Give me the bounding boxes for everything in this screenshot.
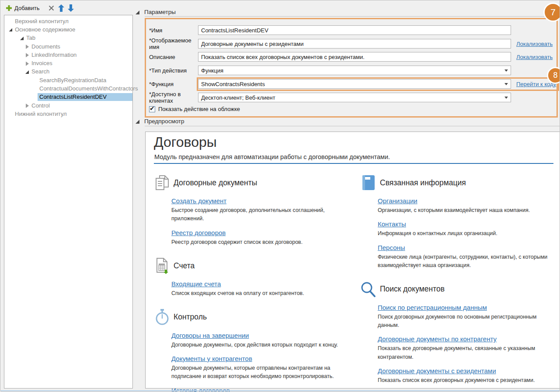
name-field-row: *Имя — [149, 25, 511, 35]
organizations-link[interactable]: Организации — [378, 197, 417, 205]
tree-item-label: Основное содержимое — [13, 26, 77, 34]
checkmark-icon: ✔ — [150, 105, 155, 112]
expanded-icon[interactable] — [8, 27, 13, 32]
action-type-select[interactable]: Функция — [198, 66, 511, 75]
collapsed-icon[interactable] — [24, 52, 30, 57]
show-on-cover-label: Показать действие на обложке — [158, 106, 240, 112]
expander-placeholder — [8, 111, 13, 116]
module-subtitle: Модуль предназначен для автоматизации ра… — [154, 153, 390, 160]
documents-at-contractors-link[interactable]: Документы у контрагентов — [171, 355, 252, 362]
tree-item-header-footer-top[interactable]: Верхний колонтитул — [4, 17, 132, 25]
contracts-ending-link[interactable]: Договоры на завершении — [171, 332, 249, 339]
entry-description: Список входящих счетов на оплату от конт… — [171, 289, 342, 298]
tree-item-search[interactable]: Search — [4, 68, 132, 76]
section-heading: Счета — [174, 261, 195, 271]
entry-description: Физические лица (контрагенты, сотрудники… — [378, 253, 548, 270]
tree-item-main-content[interactable]: Основное содержимое — [4, 25, 132, 34]
contract-history-link[interactable]: История договоров — [171, 387, 230, 392]
parameters-section-header[interactable]: Параметры — [136, 9, 176, 15]
collapsed-icon[interactable] — [24, 103, 30, 108]
callout-7-badge: 7 — [543, 3, 560, 22]
section-control: Контроль Договоры на завершении Договорн… — [154, 309, 342, 392]
tree-item-contractualdocumentswithcontractors[interactable]: ContractualDocumentsWithContractors — [4, 84, 132, 93]
clients-select[interactable]: Десктоп-клиент; Веб-клиент — [198, 93, 511, 102]
delete-x-icon — [48, 5, 55, 11]
chevron-down-icon — [504, 97, 508, 99]
tree-item-header-footer-bottom[interactable]: Нижний колонтитул — [4, 110, 132, 118]
content-tree-panel: Верхний колонтитул Основное содержимое T… — [4, 15, 133, 389]
tree-item-tab[interactable]: Tab — [4, 34, 132, 42]
tree-item-searchbyregistrationdata[interactable]: SearchByRegistrationData — [4, 76, 132, 84]
tree-item-label: Control — [30, 102, 52, 110]
clients-field-row: *Доступно в клиентах Десктоп-клиент; Веб… — [149, 93, 511, 102]
preview-left-column: Договорные документы Создать документ Бы… — [154, 174, 342, 392]
incoming-invoices-link[interactable]: Входящие счета — [171, 280, 221, 288]
persons-link[interactable]: Персоны — [378, 244, 405, 251]
contacts-link[interactable]: Контакты — [378, 220, 406, 228]
add-button-label: Добавить — [14, 5, 39, 11]
documents-icon — [154, 174, 170, 191]
action-type-label: *Тип действия — [149, 67, 198, 74]
function-value: ShowContractsResidents — [201, 81, 265, 87]
expanded-icon[interactable] — [19, 36, 24, 41]
search-by-registration-data-link[interactable]: Поиск по регистрационным данным — [378, 304, 487, 311]
tree-item-linkedinformation[interactable]: LinkedInformation — [4, 51, 132, 59]
add-button[interactable]: Добавить — [4, 4, 41, 12]
entry-description: Договорные документы, которые отправлены… — [171, 364, 342, 381]
move-up-button[interactable] — [56, 3, 66, 13]
stopwatch-icon — [154, 309, 170, 326]
tree-item-label: ContractsListResidentDEV — [38, 93, 132, 101]
preview-section-title: Предпросмотр — [144, 118, 184, 125]
entry-description: Поиск договорных документов по основным … — [378, 313, 548, 330]
section-linked-information: Связанная информация Организации Организ… — [360, 174, 548, 270]
clients-value: Десктоп-клиент; Веб-клиент — [201, 94, 275, 101]
section-heading: Связанная информация — [380, 178, 466, 187]
localize-description-link[interactable]: Локализовать — [516, 54, 553, 60]
move-down-button[interactable] — [66, 3, 76, 13]
tree-item-label: Верхний колонтитул — [13, 17, 70, 25]
tree-item-invoices[interactable]: Invoices — [4, 59, 132, 67]
entry-description: Реестр договоров содержит список всех до… — [171, 238, 342, 246]
tree-item-contractslistresidentdev-selected[interactable]: ContractsListResidentDEV — [4, 93, 132, 101]
create-document-link[interactable]: Создать документ — [171, 197, 226, 205]
tree-item-label: Documents — [30, 43, 62, 51]
name-input[interactable] — [198, 25, 511, 35]
section-heading: Договорные документы — [174, 178, 257, 187]
preview-section-header[interactable]: Предпросмотр — [136, 118, 184, 125]
description-input[interactable] — [198, 52, 511, 62]
collapsed-icon[interactable] — [24, 61, 30, 66]
show-on-cover-checkbox[interactable]: ✔ — [149, 106, 155, 112]
section-heading: Поиск документов — [380, 284, 445, 294]
plus-icon — [6, 5, 12, 11]
collapse-triangle-icon[interactable] — [136, 10, 139, 14]
delete-button[interactable] — [46, 4, 56, 12]
section-document-search: Поиск документов Поиск по регистрационны… — [360, 281, 548, 385]
description-field-row: Описание — [149, 52, 511, 62]
entry-description: Показать список всех договорных документ… — [378, 376, 548, 385]
tree-item-label: SearchByRegistrationData — [38, 76, 108, 84]
expander-placeholder — [32, 78, 38, 83]
display-name-label: *Отображаемое имя — [149, 37, 198, 50]
collapse-triangle-icon[interactable] — [136, 120, 139, 124]
tree-toolbar: Добавить — [4, 3, 76, 13]
section-invoices: Счета Входящие счета Список входящих сче… — [154, 257, 342, 298]
entry-description: Информация о контактных лицах организаци… — [378, 229, 548, 238]
localize-display-name-link[interactable]: Локализовать — [516, 41, 553, 47]
tree-item-documents[interactable]: Documents — [4, 42, 132, 51]
contract-documents-by-contractor-link[interactable]: Договорные документы по контрагенту — [378, 335, 497, 343]
entry-description: Быстрое создание договоров, дополнительн… — [171, 206, 342, 223]
expander-placeholder — [8, 19, 13, 24]
function-select[interactable]: ShowContractsResidents — [198, 79, 511, 89]
tree-item-control[interactable]: Control — [4, 101, 132, 110]
preview-header-rule — [145, 126, 560, 126]
search-icon — [360, 281, 377, 298]
parameters-header-rule — [145, 16, 560, 17]
collapsed-icon[interactable] — [24, 44, 30, 49]
function-label: *Функция — [149, 81, 198, 87]
arrow-down-icon — [68, 4, 74, 12]
contract-documents-with-residents-link[interactable]: Договорные документы с резидентами — [378, 367, 496, 375]
expanded-icon[interactable] — [24, 69, 30, 74]
contract-registry-link[interactable]: Реестр договоров — [171, 229, 226, 236]
entry-description: Организации, с которыми взаимодействует … — [378, 206, 548, 215]
display-name-input[interactable] — [198, 39, 511, 49]
